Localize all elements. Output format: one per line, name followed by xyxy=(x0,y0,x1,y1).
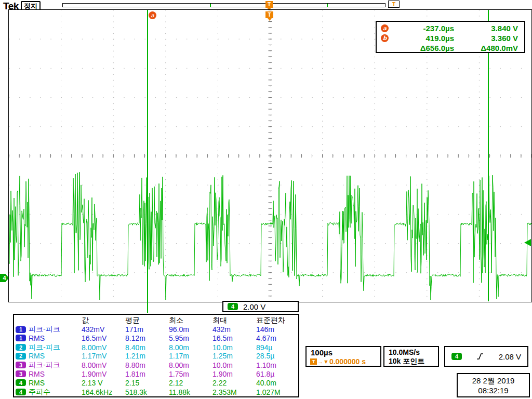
measurement-name: RMS xyxy=(29,352,82,360)
horizontal-scale: 100µs xyxy=(307,347,380,357)
measurement-mean: 171m xyxy=(125,325,169,334)
record-view-bar: T xyxy=(62,3,385,7)
channel4-scale: 2.00 V xyxy=(243,302,265,311)
measurement-row: 4 RMS 2.13 V 2.15 2.12 2.22 40.0m xyxy=(14,378,298,387)
measurement-table: 값 평균 최소 최대 표준편차 1 피크-피크 432mV 171m 96.0m… xyxy=(13,314,299,397)
trigger-level-arrow[interactable] xyxy=(524,239,531,246)
cursor-a-badge-readout: a xyxy=(381,24,389,32)
acquisition-readout: 10.0MS/s 10k 포인트 xyxy=(383,346,439,367)
horizontal-readout[interactable]: 100µs T →▼ 0.000000 s xyxy=(305,346,381,367)
cursor-delta-volt: Δ480.0mV xyxy=(454,44,518,52)
measurement-row: 2 피크-피크 8.00mV 8.40m 8.00m 10.0m 894µ xyxy=(14,343,298,352)
measurement-max: 432m xyxy=(212,325,256,334)
measurement-mean: 1.21m xyxy=(125,352,169,360)
channel-badge: 2 xyxy=(16,353,26,360)
trigger-position-marker[interactable]: T xyxy=(265,11,273,18)
measurement-name: 피크-피크 xyxy=(29,325,82,334)
measurement-min: 5.95m xyxy=(169,334,212,342)
measurement-value: 164.6kHz xyxy=(82,388,125,396)
cursor-a-badge[interactable]: a xyxy=(149,11,156,19)
measurement-max: 1.25m xyxy=(212,352,256,360)
measurement-row: 3 RMS 1.90mV 1.81m 1.75m 1.90m 61.8µ xyxy=(14,369,298,378)
measurement-value: 1.17mV xyxy=(82,352,125,360)
measurement-min: 1.17m xyxy=(169,352,212,360)
trigger-pointer-icon xyxy=(268,18,272,21)
measurement-max: 10.0m xyxy=(212,361,256,369)
measurement-min: 2.12 xyxy=(169,379,212,387)
channel-badge: 1 xyxy=(16,326,26,333)
channel-badge: 3 xyxy=(16,362,26,368)
channel-badge: 2 xyxy=(16,344,26,351)
measurement-header-row: 값 평균 최소 최대 표준편차 xyxy=(14,316,298,325)
trigger-level: 2.08 V xyxy=(499,352,521,361)
horizontal-position-value: 0.000000 s xyxy=(329,357,366,366)
measurement-row: 1 RMS 16.5mV 8.12m 5.95m 16.5m 4.67m xyxy=(14,334,298,342)
cursor-delta-time: Δ656.0µs xyxy=(391,44,454,52)
measurement-std: 61.8µ xyxy=(256,370,298,378)
measurement-std: 28.5µ xyxy=(256,352,298,360)
cursor-delta-row: Δ656.0µs Δ480.0mV xyxy=(381,43,518,53)
date-value: 28 2월 2019 xyxy=(472,376,515,385)
col-mean: 평균 xyxy=(125,316,169,325)
measurement-std: 1.10m xyxy=(256,361,298,369)
measurement-row: 1 피크-피크 432mV 171m 96.0m 432m 146m xyxy=(14,325,298,334)
channel4-badge: 4 xyxy=(228,303,238,310)
trigger-t-label: T xyxy=(268,2,271,7)
cursor-a-line[interactable] xyxy=(147,10,148,313)
measurement-mean: 8.12m xyxy=(125,334,169,342)
datetime-readout: 28 2월 2019 08:32:19 xyxy=(457,373,530,397)
cursor-readout: a -237.0µs 3.840 V b 419.0µs 3.360 V Δ65… xyxy=(376,21,525,53)
cursor-a-row: a -237.0µs 3.840 V xyxy=(381,23,518,33)
record-view-trigger-marker[interactable]: T xyxy=(265,1,273,8)
cursor-a-time: -237.0µs xyxy=(391,24,454,33)
trigger-slope-icon xyxy=(476,352,484,361)
measurement-row: 4 주파수 164.6kHz 518.3k 11.88k 2.353M 1.02… xyxy=(14,388,298,396)
horizontal-position: T →▼ 0.000000 s xyxy=(307,357,380,366)
measurement-max: 2.22 xyxy=(212,379,256,387)
waveform-plot xyxy=(9,10,531,302)
measurement-mean: 8.40m xyxy=(125,343,169,352)
trigger-readout[interactable]: 4 2.08 V xyxy=(444,346,528,367)
measurement-mean: 518.3k xyxy=(125,388,169,396)
measurement-std: 146m xyxy=(256,325,298,334)
col-max: 최대 xyxy=(212,316,256,325)
cursor-b-volt: 3.360 V xyxy=(454,34,518,43)
measurement-mean: 2.15 xyxy=(125,379,169,387)
cursor-b-time: 419.0µs xyxy=(391,34,454,43)
sample-rate: 10.0MS/s xyxy=(389,348,438,357)
measurement-name: RMS xyxy=(29,379,82,387)
measurement-max: 10.0m xyxy=(212,343,256,352)
measurement-name: RMS xyxy=(29,370,82,378)
measurement-max: 1.90m xyxy=(212,370,256,378)
measurement-row: 2 RMS 1.17mV 1.21m 1.17m 1.25m 28.5µ xyxy=(14,352,298,361)
col-std: 표준편차 xyxy=(256,316,298,325)
measurement-min: 1.75m xyxy=(169,370,212,378)
measurement-max: 16.5m xyxy=(212,334,256,342)
channel-scale-readout[interactable]: 4 2.00 V xyxy=(222,301,299,312)
record-view-window-start xyxy=(210,4,211,7)
measurement-value: 8.00mV xyxy=(82,361,125,369)
measurement-name: 피크-피크 xyxy=(29,361,82,370)
measurement-std: 1.027M xyxy=(256,388,298,396)
channel4-position-marker[interactable]: 4 xyxy=(0,274,9,282)
col-min: 최소 xyxy=(169,316,212,325)
channel-badge: 1 xyxy=(16,335,26,341)
trigger-arrow-icon: →▼ xyxy=(317,358,329,365)
measurement-value: 1.90mV xyxy=(82,370,125,378)
col-value: 값 xyxy=(82,316,125,325)
cursor-b-line[interactable] xyxy=(488,10,489,301)
measurement-min: 96.0m xyxy=(169,325,212,334)
measurement-min: 11.88k xyxy=(169,388,212,396)
measurement-mean: 8.80m xyxy=(125,361,169,369)
record-length: 10k 포인트 xyxy=(389,357,438,366)
cursor-b-badge-readout: b xyxy=(381,34,389,42)
record-view-end-icon: T xyxy=(388,1,400,8)
trigger-t-label: T xyxy=(268,12,271,18)
channel-badge: 4 xyxy=(16,379,26,386)
cursor-b-row: b 419.0µs 3.360 V xyxy=(381,33,518,43)
measurement-std: 40.0m xyxy=(256,379,298,387)
trigger-source-badge: 4 xyxy=(451,353,462,360)
channel-badge: 3 xyxy=(16,370,26,377)
time-value: 08:32:19 xyxy=(478,385,508,395)
measurement-min: 8.00m xyxy=(169,361,212,369)
